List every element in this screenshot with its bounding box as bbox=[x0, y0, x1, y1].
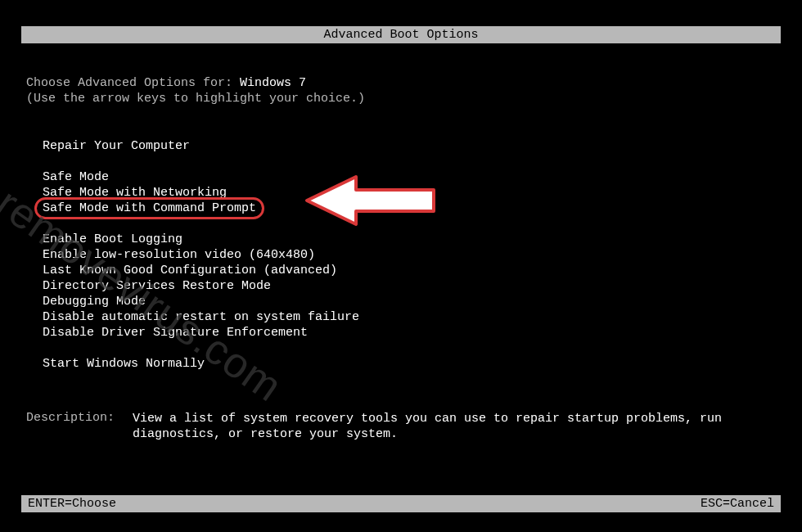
boot-option[interactable]: Start Windows Normally bbox=[43, 356, 776, 372]
boot-option[interactable]: Enable low-resolution video (640x480) bbox=[43, 247, 776, 263]
boot-option[interactable]: Last Known Good Configuration (advanced) bbox=[43, 263, 776, 278]
instruction-text: (Use the arrow keys to highlight your ch… bbox=[26, 92, 776, 106]
group-separator bbox=[43, 340, 776, 356]
title-bar: Advanced Boot Options bbox=[21, 26, 781, 43]
footer-enter: ENTER=Choose bbox=[28, 497, 116, 511]
highlighted-option[interactable]: Safe Mode with Command Prompt bbox=[43, 201, 256, 216]
boot-option[interactable]: Disable automatic restart on system fail… bbox=[43, 309, 776, 325]
group-separator bbox=[43, 216, 776, 232]
highlight-oval-icon bbox=[34, 197, 264, 219]
group-separator bbox=[43, 154, 776, 169]
boot-option[interactable]: Safe Mode with Command Prompt bbox=[43, 201, 776, 216]
boot-option[interactable]: Safe Mode bbox=[43, 169, 776, 185]
boot-option[interactable]: Disable Driver Signature Enforcement bbox=[43, 325, 776, 340]
description-text: View a list of system recovery tools you… bbox=[133, 411, 776, 442]
boot-option[interactable]: Debugging Mode bbox=[43, 294, 776, 309]
title-text: Advanced Boot Options bbox=[323, 28, 478, 42]
os-name: Windows 7 bbox=[240, 76, 306, 90]
description-row: Description: View a list of system recov… bbox=[26, 411, 776, 442]
description-label: Description: bbox=[26, 411, 133, 442]
choose-prefix: Choose Advanced Options for: bbox=[26, 76, 240, 90]
options-list: Repair Your ComputerSafe ModeSafe Mode w… bbox=[43, 138, 776, 372]
boot-option[interactable]: Repair Your Computer bbox=[43, 138, 776, 154]
boot-option[interactable]: Safe Mode with Networking bbox=[43, 185, 776, 201]
boot-option[interactable]: Enable Boot Logging bbox=[43, 232, 776, 247]
choose-line: Choose Advanced Options for: Windows 7 bbox=[26, 76, 776, 90]
footer-bar: ENTER=Choose ESC=Cancel bbox=[21, 495, 781, 512]
footer-esc: ESC=Cancel bbox=[701, 497, 774, 511]
boot-option[interactable]: Directory Services Restore Mode bbox=[43, 278, 776, 294]
